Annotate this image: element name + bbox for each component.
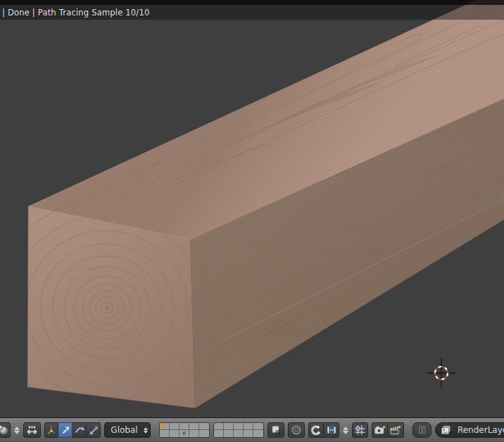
render-clapper-icon <box>389 424 402 436</box>
translate-manipulator-button[interactable] <box>58 422 73 438</box>
snap-target-button[interactable] <box>352 422 368 438</box>
scene-lock-icon <box>270 424 282 436</box>
viewport-shading-stepper[interactable] <box>14 427 20 434</box>
layer-cell[interactable] <box>160 423 170 430</box>
render-camera-icon <box>374 424 386 436</box>
proportional-editing-button[interactable] <box>288 422 305 438</box>
layer-cell[interactable] <box>179 430 189 437</box>
pause-icon <box>417 424 428 436</box>
snap-target-icon <box>354 424 366 436</box>
layer-cell[interactable] <box>160 430 170 437</box>
render-layer-dropdown[interactable]: RenderLayer <box>435 422 504 438</box>
layer-cell[interactable] <box>244 430 253 437</box>
layer-cell[interactable] <box>179 423 189 430</box>
layer-cell[interactable] <box>189 430 199 437</box>
viewport-header: Global <box>0 417 504 442</box>
viewport-shading-button[interactable] <box>0 422 11 438</box>
blender-window: { "status_bar": { "text": "| Done | Path… <box>0 0 504 442</box>
layer-cell[interactable] <box>234 423 244 430</box>
scale-icon <box>88 424 99 436</box>
pivot-median-icon <box>26 424 38 436</box>
layer-cell[interactable] <box>253 430 263 437</box>
layer-cell[interactable] <box>170 430 179 437</box>
scene-lock-button[interactable] <box>267 422 284 438</box>
object-layer-dot <box>182 431 186 435</box>
orientation-stepper <box>144 427 148 434</box>
layer-cell[interactable] <box>224 423 234 430</box>
layer-cell[interactable] <box>214 423 224 430</box>
snap-increment-icon <box>326 424 337 436</box>
pivot-point-button[interactable] <box>23 422 41 438</box>
render-status-bar: | Done | Path Tracing Sample 10/10 <box>0 5 504 20</box>
layer-cell[interactable] <box>224 430 234 437</box>
translate-icon <box>60 424 71 436</box>
snap-element-stepper[interactable] <box>343 427 348 434</box>
rotate-manipulator-button[interactable] <box>73 422 87 438</box>
proportional-editing-icon <box>291 424 302 436</box>
opengl-render-anim-button[interactable] <box>388 422 404 438</box>
render-status-text: | Done | Path Tracing Sample 10/10 <box>0 8 149 18</box>
render-layer-value: RenderLayer <box>455 425 504 435</box>
manipulator-axes-icon <box>46 424 57 436</box>
opengl-render-still-button[interactable] <box>372 422 388 438</box>
layer-cell[interactable] <box>199 430 209 437</box>
layer-cell[interactable] <box>214 430 224 437</box>
orientation-value: Global <box>105 425 144 435</box>
snap-group <box>308 422 339 438</box>
orientation-dropdown[interactable]: Global <box>104 422 151 438</box>
layers-grid-1 <box>159 422 210 438</box>
snap-element-button[interactable] <box>324 422 339 438</box>
manipulator-toggle-button[interactable] <box>44 422 58 438</box>
layer-cell[interactable] <box>234 430 244 437</box>
render-scene <box>0 0 504 417</box>
render-layers-icon <box>440 424 452 436</box>
3d-viewport[interactable]: | Done | Path Tracing Sample 10/10 <box>0 0 504 417</box>
layer-cell[interactable] <box>199 423 209 430</box>
snap-toggle-button[interactable] <box>308 422 324 438</box>
pause-render-button[interactable] <box>412 422 431 438</box>
active-layer-dot <box>160 424 164 427</box>
layer-cell[interactable] <box>253 423 263 430</box>
rendered-shading-icon <box>0 424 8 436</box>
opengl-render-group <box>372 422 404 438</box>
layer-cell[interactable] <box>189 423 199 430</box>
layers-grid-2 <box>213 422 264 438</box>
overlay-top-strip <box>0 0 504 5</box>
scale-manipulator-button[interactable] <box>87 422 101 438</box>
layer-cell[interactable] <box>244 423 253 430</box>
magnet-icon <box>310 424 322 436</box>
rotate-icon <box>74 424 85 436</box>
manipulator-group <box>44 422 101 438</box>
layer-cell[interactable] <box>170 423 179 430</box>
